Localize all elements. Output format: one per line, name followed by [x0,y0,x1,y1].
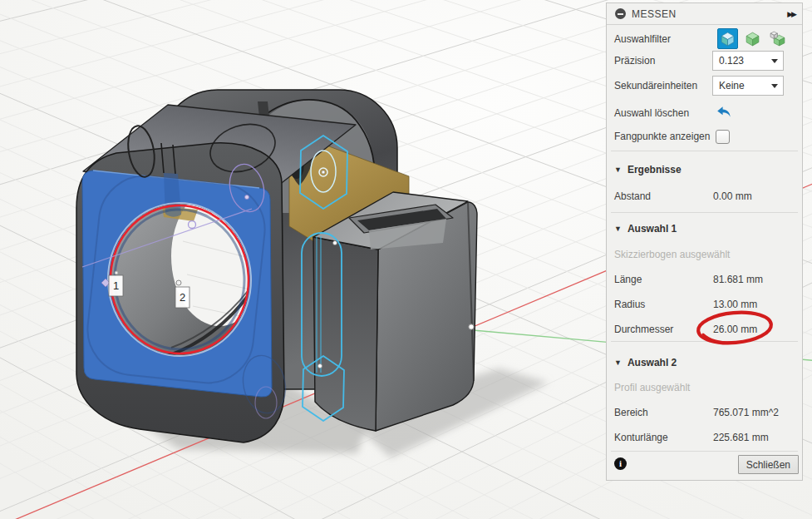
results-header: Ergebnisse [627,164,682,175]
mount-box [313,192,477,431]
length-row: Länge 81.681 mm [614,271,796,288]
area-label: Bereich [614,407,648,418]
chevron-down-icon [771,84,778,88]
selection-filter-label: Auswahlfilter [614,33,671,45]
snap-points-label: Fangpunkte anzeigen [614,131,710,142]
cube-icon-green [745,31,760,47]
selection1-header-row[interactable]: ▼ Auswahl 1 [614,220,796,237]
sketch-point [322,171,325,174]
divider [611,212,798,213]
contour-label: Konturlänge [614,432,668,443]
selection2-header-row[interactable]: ▼ Auswahl 2 [614,354,796,371]
selection1-subtitle: Skizzierbogen ausgewählt [614,249,730,260]
sketch-point-2 [318,364,322,368]
precision-row: Präzision 0.123 [614,51,796,71]
section-collapse-triangle-icon: ▼ [614,225,622,233]
selection-filter-row: Auswahlfilter [614,28,796,49]
distance-label: Abstand [614,190,651,202]
marker-2-label: 2 [180,291,185,304]
radius-label: Radius [614,299,645,310]
section-collapse-triangle-icon: ▼ [614,166,622,174]
precision-select[interactable]: 0.123 [712,51,784,71]
clear-selection-row: Auswahl löschen [614,105,796,121]
snap-points-checkbox[interactable] [716,130,730,144]
close-button[interactable]: Schließen [738,455,799,474]
panel-title: MESSEN [632,8,677,20]
divider [611,451,798,452]
precision-label: Präzision [614,55,655,67]
secondary-units-select[interactable]: Keine [712,76,784,96]
clear-selection-button[interactable] [716,106,732,121]
contour-value: 225.681 mm [713,432,769,443]
secondary-units-value: Keine [719,80,745,91]
precision-value: 0.123 [719,55,744,67]
filter-assembly-button[interactable] [767,28,788,49]
radius-row: Radius 13.00 mm [614,296,796,313]
selection1-subtitle-row: Skizzierbogen ausgewählt [614,246,796,263]
marker-1-label: 1 [113,279,119,292]
info-icon[interactable]: i [614,457,627,470]
results-header-row[interactable]: ▼ Ergebnisse [614,161,796,178]
marker-1-anchor [115,271,118,274]
length-label: Länge [614,274,642,285]
top-sketch-point [245,195,249,200]
marker-2-anchor [176,280,181,285]
collapse-circle-icon[interactable] [615,8,626,19]
length-value: 81.681 mm [713,274,763,285]
area-row: Bereich 765.071 mm^2 [614,404,796,421]
cube-icon-selected [720,31,736,47]
sketch-point-3 [333,241,337,245]
clear-selection-label: Auswahl löschen [614,107,689,119]
double-arrow-icon[interactable]: ▶▶ [787,10,795,18]
secondary-units-row: Sekundäreinheiten Keine [614,76,796,96]
chevron-down-icon [771,59,778,63]
radius-value: 13.00 mm [713,299,757,310]
filter-body-button-selected[interactable] [717,28,738,49]
divider [611,341,798,342]
section-collapse-triangle-icon: ▼ [614,358,622,367]
messen-panel: MESSEN ▶▶ Auswahlfilter [606,2,803,481]
selection2-subtitle-row: Profil ausgewählt [614,379,796,396]
filter-component-button[interactable] [742,28,763,49]
secondary-units-label: Sekundäreinheiten [614,80,697,91]
diameter-label: Durchmesser [614,324,673,335]
distance-value: 0.00 mm [713,190,752,202]
selection1-header: Auswahl 1 [627,223,677,235]
selection2-header: Auswahl 2 [627,357,677,368]
cube-component-icon [770,31,786,47]
diameter-value: 26.00 mm [713,324,757,335]
contour-row: Konturlänge 225.681 mm [614,429,796,446]
snap-points-row: Fangpunkte anzeigen [614,128,796,145]
origin-point [469,324,474,329]
undo-icon [716,106,732,119]
distance-row: Abstand 0.00 mm [614,188,796,205]
panel-header: MESSEN ▶▶ [607,3,802,25]
area-value: 765.071 mm^2 [713,407,779,418]
diameter-row: Durchmesser 26.00 mm [614,321,796,338]
divider [611,151,798,151]
selection2-subtitle: Profil ausgewählt [614,382,690,393]
